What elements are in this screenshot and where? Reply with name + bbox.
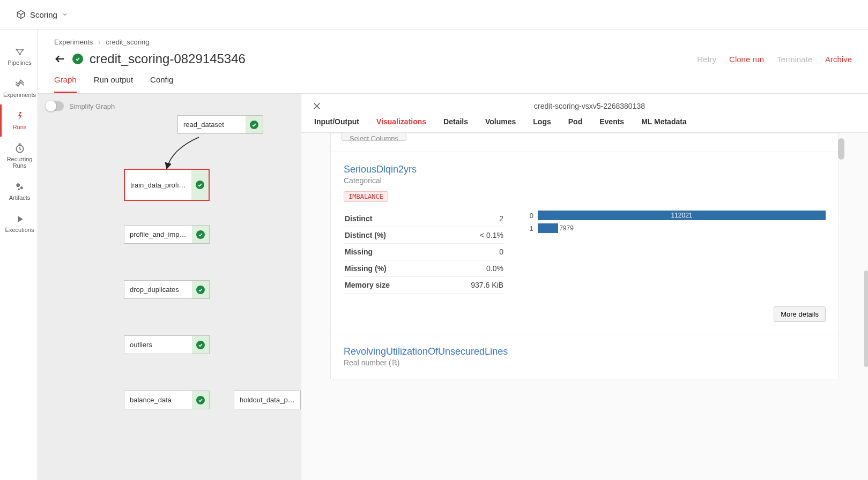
check-icon [250,121,258,129]
subtab-input-output[interactable]: Input/Output [314,117,359,132]
variable-section: RevolvingUtilizationOfUnsecuredLines Rea… [331,334,839,379]
pipelines-icon [14,47,25,57]
recurring-icon [14,143,25,154]
check-icon [196,396,205,404]
outer-scrollbar[interactable] [864,271,868,367]
subtab-volumes[interactable]: Volumes [485,117,516,132]
bar-label: 1 [526,224,533,232]
bar-label: 0 [526,212,533,220]
svg-point-7 [18,189,19,190]
sidebar-item-artifacts[interactable]: Artifacts [0,175,38,207]
frequency-bar-chart: 0 112021 1 7979 [526,211,826,294]
experiments-icon [14,79,25,89]
breadcrumb: Experiments › credit_scoring [54,38,852,46]
executions-icon [14,214,25,224]
node-train-data-profiling[interactable]: train_data_profiling [124,169,210,201]
sidebar: Pipelines Experiments Runs Recurring Run… [0,29,38,480]
node-label: holdout_data_pro... [234,396,300,404]
tab-run-output[interactable]: Run output [94,75,133,93]
sidebar-item-executions[interactable]: Executions [0,207,38,239]
sidebar-item-label: Experiments [3,92,36,98]
app-selector[interactable]: Scoring [16,10,68,19]
profile-card: Select Columns SeriousDlqin2yrs Categori… [330,133,839,379]
node-label: profile_and_impu... [124,230,192,238]
check-icon [196,341,205,349]
node-label: drop_duplicates [124,286,192,294]
stat-row: Missing (%)0.0% [344,260,505,277]
simplify-graph-toggle[interactable] [46,101,64,111]
graph-pane[interactable]: Simplify Graph r [38,94,301,480]
more-details-button[interactable]: More details [774,306,826,322]
subtab-visualizations[interactable]: Visualizations [376,117,426,132]
imbalance-tag: IMBALANCE [344,191,388,202]
sidebar-item-experiments[interactable]: Experiments [0,72,38,104]
tab-config[interactable]: Config [150,75,173,93]
visualization-body[interactable]: Select Columns SeriousDlqin2yrs Categori… [301,133,868,480]
simplify-graph-label: Simplify Graph [69,102,115,110]
inner-scrollbar[interactable] [838,138,844,160]
stat-row: Distinct (%)< 0.1% [344,227,505,244]
check-icon [196,181,204,189]
breadcrumb-experiment-name[interactable]: credit_scoring [106,38,150,46]
sidebar-item-label: Executions [5,227,34,233]
variable-name[interactable]: SeriousDlqin2yrs [344,164,826,175]
sidebar-item-runs[interactable]: Runs [0,104,38,137]
subtab-logs[interactable]: Logs [533,117,551,132]
status-badge-success [72,54,83,64]
check-icon [196,230,205,239]
variable-section: SeriousDlqin2yrs Categorical IMBALANCE D… [331,152,839,334]
sidebar-item-label: Recurring Runs [4,156,35,169]
detail-subtabs: Input/Output Visualizations Details Volu… [301,111,868,133]
retry-button[interactable]: Retry [697,55,716,64]
stat-row: Missing0 [344,244,505,260]
bar-row: 1 7979 [526,223,826,233]
clone-run-button[interactable]: Clone run [729,55,764,64]
page-title: credit_scoring-0829145346 [90,51,246,66]
main-tabs: Graph Run output Config [38,66,868,94]
check-icon [196,286,205,294]
svg-point-6 [20,186,23,189]
runs-icon [14,111,25,122]
tab-graph[interactable]: Graph [54,75,77,93]
subtab-pod[interactable]: Pod [568,117,582,132]
chevron-down-icon [62,11,68,18]
subtab-ml-metadata[interactable]: ML Metadata [641,117,687,132]
node-profile-and-impute[interactable]: profile_and_impu... [124,225,210,244]
artifacts-icon [14,182,25,192]
node-label: read_dataset [178,121,246,129]
subtab-events[interactable]: Events [599,117,624,132]
back-arrow-icon[interactable] [54,53,66,65]
variable-type: Real number (ℝ) [344,358,826,367]
variable-type: Categorical [344,176,826,185]
svg-point-5 [16,183,20,187]
close-icon[interactable] [312,101,322,111]
breadcrumb-sep: › [98,38,100,46]
subtab-details[interactable]: Details [443,117,468,132]
bar-row: 0 112021 [526,211,826,220]
variable-name[interactable]: RevolvingUtilizationOfUnsecuredLines [344,346,826,357]
sidebar-item-label: Artifacts [9,194,31,201]
app-selector-label: Scoring [30,10,57,19]
node-label: balance_data [124,396,192,404]
node-outliers[interactable]: outliers [124,335,210,354]
node-read-dataset[interactable]: read_dataset [177,115,263,134]
breadcrumb-experiments[interactable]: Experiments [54,38,93,46]
details-title: credit-scoring-vsxv5-2268380138 [322,102,857,110]
bar-fill [538,223,558,233]
sidebar-item-label: Pipelines [8,59,32,66]
archive-button[interactable]: Archive [825,55,852,64]
stat-row: Distinct2 [344,211,505,227]
bar-fill: 112021 [538,211,826,220]
node-holdout-data-pro[interactable]: holdout_data_pro... [234,391,301,409]
node-drop-duplicates[interactable]: drop_duplicates [124,280,210,299]
svg-point-3 [19,112,21,114]
select-columns-button[interactable]: Select Columns [342,133,406,141]
sidebar-item-pipelines[interactable]: Pipelines [0,40,38,72]
terminate-button[interactable]: Terminate [777,55,812,64]
sidebar-item-label: Runs [13,124,27,130]
sidebar-item-recurring-runs[interactable]: Recurring Runs [0,137,38,175]
node-label: train_data_profiling [125,181,191,189]
stats-table: Distinct2 Distinct (%)< 0.1% Missing0 Mi… [344,211,505,294]
stat-row: Memory size937.6 KiB [344,277,505,294]
node-balance-data[interactable]: balance_data [124,391,210,409]
